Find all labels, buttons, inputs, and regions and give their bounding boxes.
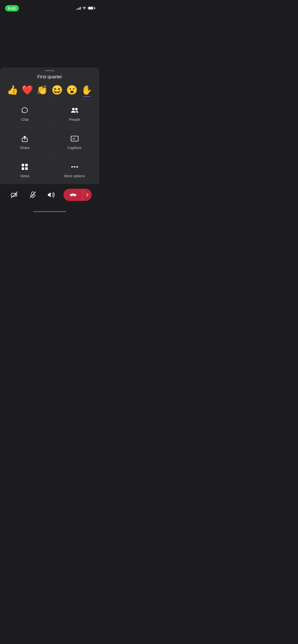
share-button[interactable]: Share bbox=[0, 128, 50, 156]
share-label: Share bbox=[20, 146, 30, 150]
more-options-button[interactable]: More options bbox=[50, 156, 100, 184]
chat-icon bbox=[20, 106, 29, 115]
svg-rect-8 bbox=[22, 167, 24, 170]
video-area bbox=[0, 13, 99, 58]
reaction-surprised[interactable]: 😮 bbox=[66, 85, 78, 95]
chat-button[interactable]: Chat bbox=[0, 100, 50, 128]
captions-button[interactable]: CC Captions bbox=[50, 128, 100, 156]
emoji-reactions-row: 👍 ❤️ 👏 😆 😮 ✋ bbox=[0, 85, 99, 99]
sheet-title: First quarter bbox=[0, 73, 99, 85]
end-call-icon bbox=[63, 189, 83, 201]
mic-toggle-button[interactable] bbox=[26, 188, 39, 201]
people-label: People bbox=[69, 118, 80, 122]
bottom-sheet: First quarter 👍 ❤️ 👏 😆 😮 ✋ bbox=[0, 68, 99, 215]
home-indicator bbox=[0, 209, 99, 215]
status-bar: 9:41 bbox=[0, 0, 99, 13]
views-label: Views bbox=[20, 174, 30, 178]
svg-rect-9 bbox=[25, 167, 28, 170]
speaker-toggle-button[interactable] bbox=[45, 188, 58, 201]
sheet-handle[interactable] bbox=[0, 68, 99, 73]
time-display: 9:41 bbox=[5, 5, 19, 11]
views-button[interactable]: Views bbox=[0, 156, 50, 184]
wifi-icon bbox=[82, 6, 86, 10]
end-call-button[interactable] bbox=[63, 189, 92, 201]
svg-point-0 bbox=[72, 108, 75, 110]
more-icon bbox=[70, 162, 79, 171]
captions-label: Captions bbox=[67, 146, 82, 150]
share-icon bbox=[20, 134, 29, 143]
chat-label: Chat bbox=[21, 118, 29, 122]
more-options-label: More options bbox=[64, 174, 85, 178]
svg-text:CC: CC bbox=[73, 138, 75, 140]
reaction-raised-hand[interactable]: ✋ bbox=[81, 85, 92, 95]
signal-icon bbox=[76, 7, 81, 10]
svg-line-13 bbox=[11, 192, 17, 198]
svg-rect-7 bbox=[25, 164, 28, 166]
svg-point-11 bbox=[74, 166, 75, 168]
reaction-thumbs-up[interactable]: 👍 bbox=[7, 85, 18, 95]
status-icons bbox=[76, 6, 94, 10]
end-call-chevron-icon[interactable] bbox=[83, 189, 92, 200]
people-button[interactable]: People bbox=[50, 100, 100, 128]
svg-point-10 bbox=[71, 166, 73, 168]
views-icon bbox=[20, 162, 29, 171]
reaction-clapping[interactable]: 👏 bbox=[36, 85, 48, 95]
camera-toggle-button[interactable] bbox=[8, 188, 21, 201]
actions-grid: Chat People Sha bbox=[0, 99, 99, 184]
captions-icon: CC bbox=[70, 134, 79, 143]
call-controls bbox=[0, 184, 99, 209]
battery-icon bbox=[88, 7, 94, 10]
svg-point-1 bbox=[75, 108, 78, 110]
people-icon bbox=[70, 106, 79, 115]
svg-point-12 bbox=[76, 166, 78, 168]
svg-rect-6 bbox=[22, 164, 24, 166]
reaction-heart[interactable]: ❤️ bbox=[22, 85, 33, 95]
reaction-laughing[interactable]: 😆 bbox=[51, 85, 63, 95]
